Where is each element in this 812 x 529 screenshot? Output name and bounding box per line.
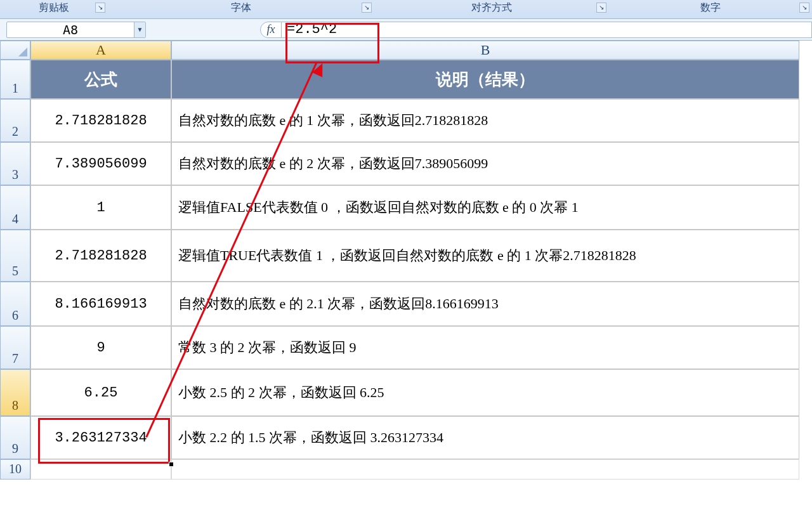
cell-value: 小数 2.2 的 1.5 次幂，函数返回 3.263127334 (178, 428, 443, 447)
cell-value: 自然对数的底数 e 的 1 次幂，函数返回2.718281828 (178, 111, 488, 130)
cell-value: 常数 3 的 2 次幂，函数返回 9 (178, 338, 357, 357)
cell-value: 2.718281828 (55, 113, 147, 129)
dialog-launcher-icon[interactable]: ↘ (799, 3, 809, 13)
ribbon-group-clipboard: 剪贴板 ↘ (0, 0, 108, 15)
dialog-launcher-icon[interactable]: ↘ (596, 3, 606, 13)
ribbon-group-label: 对齐方式 (471, 2, 512, 13)
cell-b4[interactable]: 逻辑值FALSE代表数值 0 ，函数返回自然对数的底数 e 的 0 次幂 1 (171, 185, 799, 230)
ribbon-group-label: 数字 (700, 2, 721, 13)
row-header-1[interactable]: 1 (0, 60, 30, 99)
cell-a1[interactable]: 公式 (30, 60, 171, 99)
cell-value: 逻辑值FALSE代表数值 0 ，函数返回自然对数的底数 e 的 0 次幂 1 (178, 198, 579, 217)
ribbon-group-label: 字体 (231, 2, 251, 13)
name-box-value[interactable]: A8 (7, 22, 134, 37)
ribbon-group-alignment: 对齐方式 ↘ (374, 0, 609, 15)
cell-b5[interactable]: 逻辑值TRUE代表数值 1 ，函数返回自然对数的底数 e 的 1 次幂2.718… (171, 230, 799, 282)
row-header-10[interactable]: 10 (0, 459, 30, 480)
cell-b7[interactable]: 常数 3 的 2 次幂，函数返回 9 (171, 326, 799, 369)
formula-bar-input[interactable]: =2.5^2 (282, 22, 812, 38)
row-header-2[interactable]: 2 (0, 99, 30, 142)
cell-a7[interactable]: 9 (30, 326, 171, 369)
cell-a9[interactable]: 3.263127334 (30, 416, 171, 459)
row-header-7[interactable]: 7 (0, 326, 30, 369)
cell-value: 小数 2.5 的 2 次幂，函数返回 6.25 (178, 383, 384, 402)
cell-b2[interactable]: 自然对数的底数 e 的 1 次幂，函数返回2.718281828 (171, 99, 799, 142)
spreadsheet-grid[interactable]: A B 1 公式 说明（结果） 2 2.718281828 自然对数的底数 e … (0, 41, 812, 480)
column-header-a[interactable]: A (30, 41, 171, 60)
cell-value: 3.263127334 (55, 430, 147, 446)
cell-value: 说明（结果） (436, 69, 535, 91)
formula-bar-row: A8 ▼ fx =2.5^2 (0, 19, 812, 41)
ribbon-group-font: 字体 ↘ (108, 0, 374, 15)
row-header-5[interactable]: 5 (0, 230, 30, 282)
cell-value: 自然对数的底数 e 的 2 次幂，函数返回7.389056099 (178, 154, 488, 173)
cell-a10[interactable] (30, 459, 171, 480)
cell-a6[interactable]: 8.166169913 (30, 282, 171, 326)
row-header-9[interactable]: 9 (0, 416, 30, 459)
dialog-launcher-icon[interactable]: ↘ (362, 3, 372, 13)
cell-a5[interactable]: 2.718281828 (30, 230, 171, 282)
cell-b10[interactable] (171, 459, 799, 480)
row-header-6[interactable]: 6 (0, 282, 30, 326)
ribbon-group-label: 剪贴板 (39, 2, 69, 13)
cell-b1[interactable]: 说明（结果） (171, 60, 799, 99)
ribbon-group-number: 数字 ↘ (609, 0, 812, 15)
fill-handle[interactable] (169, 462, 174, 467)
cell-b3[interactable]: 自然对数的底数 e 的 2 次幂，函数返回7.389056099 (171, 142, 799, 185)
dialog-launcher-icon[interactable]: ↘ (95, 3, 105, 13)
cell-value: 公式 (84, 69, 117, 91)
cell-value: 2.718281828 (55, 248, 147, 264)
name-box[interactable]: A8 ▼ (6, 22, 146, 38)
cell-value: 自然对数的底数 e 的 2.1 次幂，函数返回8.166169913 (178, 294, 499, 313)
cell-value: 7.389056099 (55, 156, 147, 172)
row-header-4[interactable]: 4 (0, 185, 30, 230)
cell-value: 8.166169913 (55, 296, 147, 312)
cell-a2[interactable]: 2.718281828 (30, 99, 171, 142)
cell-value: 1 (96, 200, 105, 216)
row-header-8[interactable]: 8 (0, 369, 30, 416)
cell-b6[interactable]: 自然对数的底数 e 的 2.1 次幂，函数返回8.166169913 (171, 282, 799, 326)
name-box-dropdown-icon[interactable]: ▼ (134, 22, 145, 37)
cell-a3[interactable]: 7.389056099 (30, 142, 171, 185)
column-header-b[interactable]: B (171, 41, 799, 60)
cell-a8[interactable]: 6.25 (30, 369, 171, 416)
select-all-button[interactable] (0, 41, 30, 60)
cell-value: 9 (96, 340, 105, 356)
cell-a4[interactable]: 1 (30, 185, 171, 230)
formula-bar-value: =2.5^2 (287, 22, 337, 37)
cell-b9[interactable]: 小数 2.2 的 1.5 次幂，函数返回 3.263127334 (171, 416, 799, 459)
cell-value: 6.25 (84, 385, 118, 401)
cell-value: 逻辑值TRUE代表数值 1 ，函数返回自然对数的底数 e 的 1 次幂2.718… (178, 246, 636, 265)
insert-function-button[interactable]: fx (260, 22, 282, 38)
fx-icon: fx (267, 23, 275, 36)
ribbon-group-labels: 剪贴板 ↘ 字体 ↘ 对齐方式 ↘ 数字 ↘ (0, 0, 812, 19)
row-header-3[interactable]: 3 (0, 142, 30, 185)
cell-b8[interactable]: 小数 2.5 的 2 次幂，函数返回 6.25 (171, 369, 799, 416)
